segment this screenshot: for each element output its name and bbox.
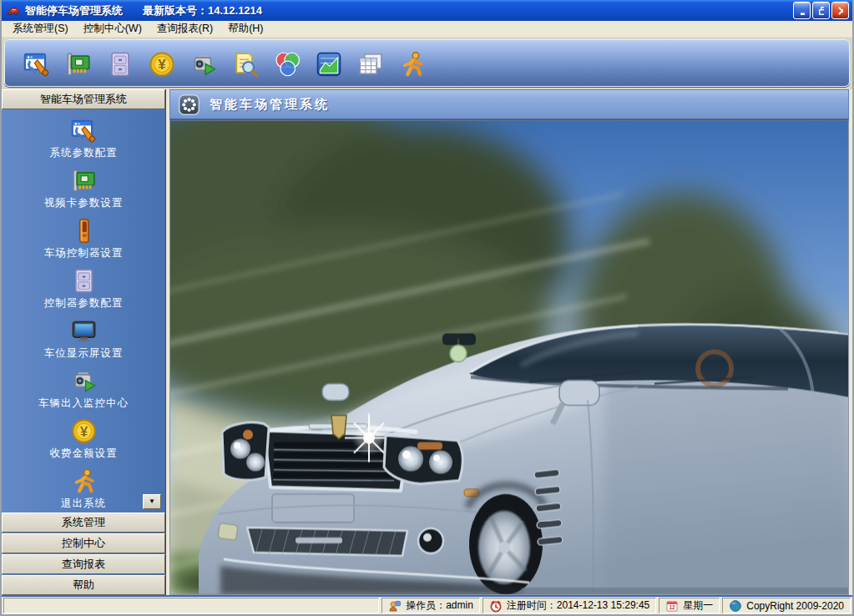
sidebar-item-label: 车场控制器设置	[44, 246, 124, 260]
car-photo	[170, 121, 848, 594]
sidebar-item-video-card[interactable]: 视频卡参数设置	[2, 164, 165, 214]
copyright-label: CopyRight 2009-2020	[746, 600, 844, 612]
sidebar-item-label: 控制器参数配置	[44, 296, 124, 311]
main-panel: 智能车场管理系统	[169, 89, 849, 595]
controller-icon	[70, 217, 98, 245]
calendar-icon	[665, 599, 679, 613]
minimize-icon	[799, 6, 805, 16]
sidebar-scroll-down-button[interactable]: ▼	[143, 494, 161, 509]
toolbar-button-video-card[interactable]	[63, 48, 93, 79]
sidebar-item-controller-params[interactable]: 控制器参数配置	[2, 264, 165, 314]
operator-label: 操作员：admin	[406, 598, 473, 613]
toolbar-button-query-report[interactable]	[230, 48, 260, 79]
menu-control-center[interactable]: 控制中心(W)	[76, 20, 149, 38]
main-header: 智能车场管理系统	[169, 89, 849, 120]
coin-yen-icon	[70, 417, 98, 445]
alarm-clock-icon	[489, 599, 503, 613]
camcorder-icon	[189, 50, 218, 78]
globe-icon	[729, 599, 742, 613]
group-button-query-report[interactable]: 查询报表	[2, 554, 165, 574]
operator-person-icon	[388, 599, 402, 613]
statusbar-operator: 操作员：admin	[382, 598, 480, 613]
toolbar-button-exit[interactable]	[397, 48, 427, 79]
toolbar-button-status[interactable]	[271, 48, 302, 79]
window-controls	[793, 2, 849, 19]
sidebar-item-monitor-center[interactable]: 车辆出入监控中心	[2, 364, 165, 414]
toolbar-button-fee-settings[interactable]	[146, 48, 177, 79]
toolbar-button-controller-params[interactable]	[104, 48, 135, 79]
coin-yen-icon	[148, 50, 176, 78]
group-button-control-center[interactable]: 控制中心	[2, 533, 165, 553]
sidebar-header[interactable]: 智能车场管理系统	[2, 89, 165, 109]
document-search-icon	[231, 50, 260, 78]
sidebar-item-display-screen[interactable]: 车位显示屏设置	[2, 314, 165, 364]
close-icon	[837, 6, 843, 16]
sidebar-item-system-params[interactable]: 系统参数配置	[2, 114, 165, 164]
cabinet-icon	[70, 267, 98, 295]
statusbar-register-time: 注册时间：2014-12-13 15:29:45	[483, 598, 656, 613]
main-header-title: 智能车场管理系统	[210, 97, 330, 113]
system-config-icon	[70, 117, 98, 144]
minimize-button[interactable]	[793, 2, 811, 19]
statusbar-weekday: 星期一	[659, 598, 720, 613]
sidebar-item-lot-controller[interactable]: 车场控制器设置	[2, 214, 165, 264]
window-title: 智能停车场管理系统	[25, 3, 123, 18]
app-window: 智能停车场管理系统 最新版本号：14.12.1214 系统管理(S) 控制中心(…	[0, 0, 854, 616]
titlebar[interactable]: 智能停车场管理系统 最新版本号：14.12.1214	[2, 0, 852, 21]
camcorder-icon	[70, 367, 98, 395]
area-chart-icon	[315, 50, 343, 78]
statusbar-copyright: CopyRight 2009-2020	[722, 598, 851, 613]
venn-circles-icon	[273, 50, 301, 78]
restore-button[interactable]	[812, 2, 830, 19]
sidebar-nav: 系统参数配置 视频卡参数设置 车场控制器设置 控制器参数配置 车位显示屏设置	[2, 109, 165, 512]
sidebar-item-label: 车位显示屏设置	[44, 346, 124, 361]
cabinet-icon	[106, 50, 134, 78]
sidebar-item-label: 视频卡参数设置	[44, 196, 124, 210]
sidebar-groups: 系统管理 控制中心 查询报表 帮助	[2, 512, 165, 595]
menu-query-report[interactable]: 查询报表(R)	[149, 20, 220, 38]
weekday-label: 星期一	[683, 598, 713, 613]
statusbar: 操作员：admin 注册时间：2014-12-13 15:29:45 星期一 C…	[2, 595, 852, 614]
menu-help[interactable]: 帮助(H)	[220, 20, 270, 38]
sidebar-item-exit[interactable]: 退出系统	[2, 464, 165, 512]
toolbar-zone	[2, 38, 852, 89]
menubar: 系统管理(S) 控制中心(W) 查询报表(R) 帮助(H)	[2, 21, 852, 38]
monitor-icon	[70, 317, 98, 345]
statusbar-spacer	[3, 598, 379, 613]
toolbar	[4, 39, 850, 87]
sidebar-item-label: 收费金额设置	[50, 447, 118, 461]
sidebar-item-label: 车辆出入监控中心	[38, 396, 129, 411]
sidebar-item-fee-settings[interactable]: 收费金额设置	[2, 414, 165, 464]
close-button[interactable]	[831, 2, 849, 19]
toolbar-button-data-grid[interactable]	[355, 48, 386, 79]
sidebar-item-label: 退出系统	[61, 497, 106, 511]
data-grid-icon	[356, 50, 385, 78]
running-person-icon	[398, 50, 427, 78]
sidebar: 智能车场管理系统 系统参数配置 视频卡参数设置 车场控制器设置 控制器参数配置	[2, 89, 166, 595]
system-config-icon	[23, 50, 51, 78]
main-viewport	[169, 120, 849, 595]
toolbar-button-monitor-center[interactable]	[188, 48, 219, 79]
menu-system[interactable]: 系统管理(S)	[5, 20, 76, 38]
sidebar-item-label: 系统参数配置	[50, 146, 118, 160]
red-car-icon	[6, 3, 20, 18]
video-card-icon	[64, 50, 93, 78]
video-card-icon	[70, 167, 98, 194]
content-row: 智能车场管理系统 系统参数配置 视频卡参数设置 车场控制器设置 控制器参数配置	[2, 89, 852, 595]
group-button-system[interactable]: 系统管理	[2, 512, 165, 533]
running-person-icon	[70, 467, 98, 495]
toolbar-button-chart[interactable]	[313, 48, 344, 79]
version-label: 最新版本号：14.12.1214	[143, 3, 262, 18]
toolbar-button-system-config[interactable]	[21, 48, 52, 79]
restore-icon	[818, 6, 824, 16]
dotted-badge-icon	[178, 93, 200, 116]
group-button-help[interactable]: 帮助	[2, 575, 165, 595]
register-time-label: 注册时间：2014-12-13 15:29:45	[507, 598, 649, 613]
